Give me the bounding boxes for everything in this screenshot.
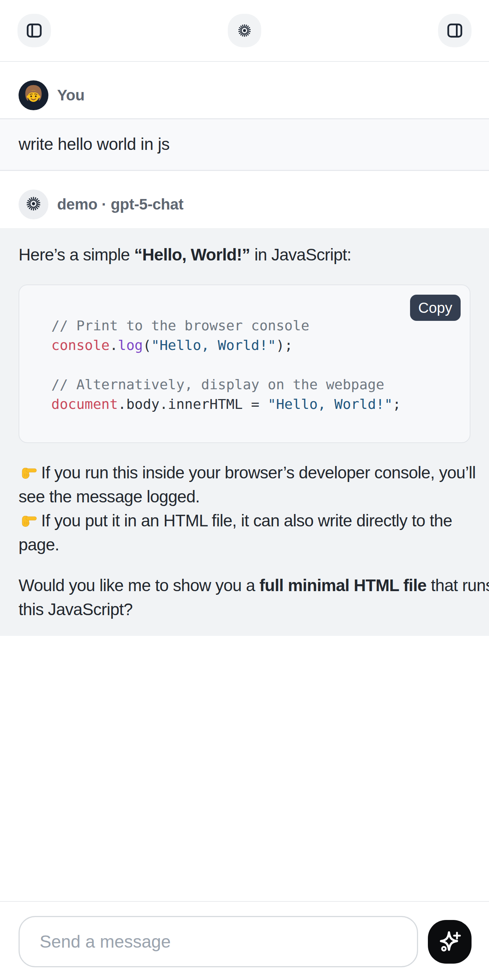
copy-code-button[interactable]: Copy <box>410 295 460 321</box>
assistant-turn-header: demo · gpt-5-chat <box>0 171 489 228</box>
tip-text: page. <box>19 535 59 554</box>
assistant-closing-paragraph: Would you like me to show you a full min… <box>19 573 470 621</box>
user-message-band: write hello world in js <box>0 118 489 171</box>
burst-logo-icon <box>237 23 252 38</box>
assistant-turn-name: demo · gpt-5-chat <box>57 196 183 213</box>
sparkle-icon <box>436 928 463 955</box>
tip-text: If you put it in an HTML file, it can al… <box>41 511 452 530</box>
chat-app-window: You write hello world in js demo · gpt-5… <box>0 0 489 980</box>
assistant-intro-paragraph: Here’s a simple “Hello, World!” in JavaS… <box>19 243 470 267</box>
user-turn-header: You <box>0 62 489 118</box>
message-input[interactable] <box>19 916 418 967</box>
message-composer <box>0 901 489 980</box>
code-content: // Print to the browser consoleconsole.l… <box>19 285 470 442</box>
pointing-right-emoji-icon <box>19 511 37 530</box>
app-logo-button[interactable] <box>228 14 261 47</box>
burst-logo-icon <box>25 195 42 213</box>
pointing-right-emoji-icon <box>19 463 37 482</box>
tip-line: If you put it in an HTML file, it can al… <box>19 509 470 557</box>
assistant-tips-paragraph: If you run this inside your browser’s de… <box>19 461 470 557</box>
tip-text: If you run this inside your browser’s de… <box>41 463 476 482</box>
user-avatar <box>19 80 48 110</box>
assistant-message-band: Here’s a simple “Hello, World!” in JavaS… <box>0 228 489 636</box>
empty-scroll-area <box>0 636 489 901</box>
panel-right-icon <box>445 21 465 40</box>
top-bar <box>0 0 489 62</box>
assistant-avatar <box>19 189 48 220</box>
panel-left-icon <box>24 21 44 40</box>
tip-text: see the message logged. <box>19 487 200 506</box>
user-turn-name: You <box>57 87 84 104</box>
user-message-text: write hello world in js <box>19 134 470 154</box>
sidebar-toggle-button[interactable] <box>18 14 51 47</box>
right-panel-toggle-button[interactable] <box>438 14 471 47</box>
send-message-button[interactable] <box>428 920 471 964</box>
person-emoji-icon <box>21 82 46 109</box>
tip-line: If you run this inside your browser’s de… <box>19 461 470 509</box>
code-block: // Print to the browser consoleconsole.l… <box>19 285 470 443</box>
